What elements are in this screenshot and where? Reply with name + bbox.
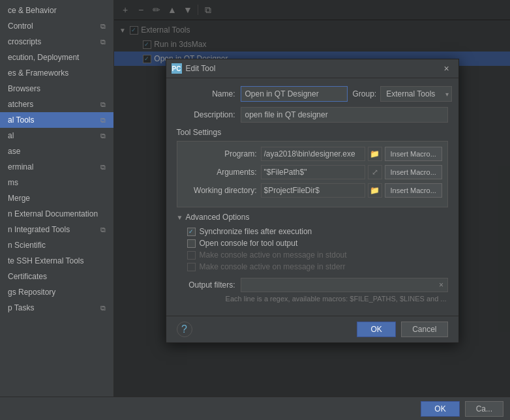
sync-files-checkbox[interactable]: ✓: [187, 228, 196, 236]
output-input-wrap: ×: [241, 278, 448, 292]
group-select-text: External Tools: [383, 89, 445, 98]
output-clear-button[interactable]: ×: [436, 279, 447, 291]
sidebar-item-internal[interactable]: al ⧉: [0, 128, 113, 143]
advanced-arrow-icon: ▼: [177, 214, 183, 221]
sync-files-label: Synchronize files after execution: [200, 227, 312, 236]
name-group-row: Name: Group: External Tools ▾: [177, 86, 448, 102]
name-label: Name:: [177, 89, 235, 98]
program-label: Program:: [185, 149, 257, 158]
arguments-row: Arguments: ⤢ Insert Macro...: [185, 165, 440, 179]
workdir-row: Working directory: 📁 Insert Macro...: [185, 183, 440, 198]
sidebar-item-forms[interactable]: ms: [0, 175, 113, 190]
arguments-input[interactable]: [261, 165, 365, 179]
group-select[interactable]: External Tools ▾: [380, 86, 452, 102]
content-area: + − ✏ ▲ ▼ ⧉ ▼ ✓ External Tools ✓ Ru: [114, 0, 510, 397]
output-filters-label: Output filters:: [177, 280, 235, 290]
make-active-stderr-label: Make console active on message in stderr: [200, 262, 346, 271]
program-folder-button[interactable]: 📁: [368, 147, 382, 161]
dialog-body: Name: Group: External Tools ▾ Descripti: [166, 78, 458, 316]
advanced-section: ▼ Advanced Options ✓ Synchronize files a…: [177, 213, 448, 273]
dialog-title-icon: PC: [172, 63, 182, 74]
sidebar-item-appearance-behavior[interactable]: ce & Behavior: [0, 3, 113, 18]
sidebar-item-integrated-tools[interactable]: n Integrated Tools ⧉: [0, 222, 113, 237]
copy-icon7: ⧉: [98, 224, 108, 235]
make-active-stderr-checkbox[interactable]: [187, 263, 196, 271]
workdir-folder-button[interactable]: 📁: [368, 183, 382, 198]
sidebar-item-browsers[interactable]: Browsers: [0, 81, 113, 97]
dialog-titlebar: PC Edit Tool ×: [166, 59, 458, 78]
dialog-close-button[interactable]: ×: [440, 62, 453, 75]
bottom-bar: OK Ca...: [0, 397, 510, 420]
output-hint: Each line is a regex, available macros: …: [177, 295, 448, 303]
program-row: Program: 📁 Insert Macro...: [185, 147, 440, 161]
copy-icon4: ⧉: [98, 115, 108, 125]
name-input[interactable]: [241, 86, 348, 102]
sidebar-item-open-external[interactable]: n External Documentation: [0, 206, 113, 222]
bottom-ok-button[interactable]: OK: [421, 401, 459, 417]
workdir-macro-button[interactable]: Insert Macro...: [385, 183, 442, 198]
tool-settings-box: Program: 📁 Insert Macro... Arguments:: [177, 141, 448, 207]
copy-icon5: ⧉: [98, 130, 108, 141]
sidebar-item-merge[interactable]: Merge: [0, 190, 113, 206]
dialog-ok-button[interactable]: OK: [357, 322, 396, 337]
sidebar-item-frameworks[interactable]: es & Frameworks: [0, 65, 113, 81]
open-console-checkbox[interactable]: [187, 239, 196, 248]
advanced-header[interactable]: ▼ Advanced Options: [177, 213, 448, 222]
tool-settings-header: Tool Settings: [177, 128, 448, 137]
sidebar-item-terminal[interactable]: erminal ⧉: [0, 159, 113, 175]
arguments-macro-button[interactable]: Insert Macro...: [385, 165, 442, 179]
sidebar-item-database[interactable]: ase: [0, 143, 113, 159]
sidebar-item-macroscripts[interactable]: croscripts ⧉: [0, 34, 113, 50]
sync-files-row[interactable]: ✓ Synchronize files after execution: [177, 226, 448, 237]
group-label: Group:: [353, 89, 377, 98]
sidebar-item-execution[interactable]: ecution, Deployment: [0, 50, 113, 65]
edit-tool-dialog: PC Edit Tool × Name: Group: External Too…: [166, 59, 459, 343]
arguments-input-wrap: ⤢ Insert Macro...: [261, 165, 442, 179]
dialog-footer: ? OK Cancel: [166, 316, 458, 342]
sidebar-item-watchers[interactable]: atchers ⧉: [0, 97, 113, 112]
sidebar: ce & Behavior Control ⧉ croscripts ⧉ ecu…: [0, 0, 114, 397]
open-console-label: Open console for tool output: [200, 239, 298, 248]
group-row: Group: External Tools ▾: [353, 86, 453, 102]
chevron-down-icon: ▾: [445, 91, 449, 98]
workdir-input-wrap: 📁 Insert Macro...: [261, 183, 442, 198]
advanced-title: Advanced Options: [185, 213, 249, 222]
sidebar-item-external-tools[interactable]: al Tools ⧉: [0, 112, 113, 128]
sidebar-item-repository[interactable]: gs Repository: [0, 284, 113, 300]
main-layout: ce & Behavior Control ⧉ croscripts ⧉ ecu…: [0, 0, 510, 397]
workdir-input[interactable]: [261, 183, 365, 198]
help-button[interactable]: ?: [177, 322, 192, 337]
description-row: Description:: [177, 107, 448, 123]
make-active-stderr-row[interactable]: Make console active on message in stderr: [177, 261, 448, 273]
make-active-stdout-checkbox[interactable]: [187, 251, 196, 260]
output-filters-row: Output filters: ×: [177, 278, 448, 292]
sidebar-item-ssh-external[interactable]: te SSH External Tools: [0, 253, 113, 269]
program-macro-button[interactable]: Insert Macro...: [385, 147, 442, 161]
program-input[interactable]: [261, 147, 365, 161]
sidebar-item-tasks[interactable]: p Tasks ⧉: [0, 300, 113, 316]
sidebar-item-scientific[interactable]: n Scientific: [0, 237, 113, 253]
modal-overlay: PC Edit Tool × Name: Group: External Too…: [114, 0, 510, 397]
program-input-wrap: 📁 Insert Macro...: [261, 147, 442, 161]
sidebar-item-certificates[interactable]: Certificates: [0, 269, 113, 284]
bottom-cancel-button[interactable]: Ca...: [465, 401, 503, 417]
copy-icon2: ⧉: [98, 37, 108, 47]
arguments-label: Arguments:: [185, 168, 257, 177]
copy-icon8: ⧉: [98, 303, 108, 313]
arguments-expand-button[interactable]: ⤢: [368, 165, 382, 179]
make-active-stdout-row[interactable]: Make console active on message in stdout: [177, 249, 448, 261]
open-console-row[interactable]: Open console for tool output: [177, 237, 448, 249]
description-label: Description:: [177, 110, 235, 119]
copy-icon3: ⧉: [98, 99, 108, 110]
make-active-stdout-label: Make console active on message in stdout: [200, 250, 347, 260]
copy-icon6: ⧉: [98, 162, 108, 172]
description-input[interactable]: [241, 107, 448, 123]
copy-icon: ⧉: [98, 21, 108, 31]
output-filters-input[interactable]: [241, 280, 436, 290]
sidebar-item-control[interactable]: Control ⧉: [0, 18, 113, 34]
dialog-title-text: Edit Tool: [186, 64, 436, 73]
dialog-cancel-button[interactable]: Cancel: [401, 322, 447, 337]
workdir-label: Working directory:: [185, 186, 257, 195]
